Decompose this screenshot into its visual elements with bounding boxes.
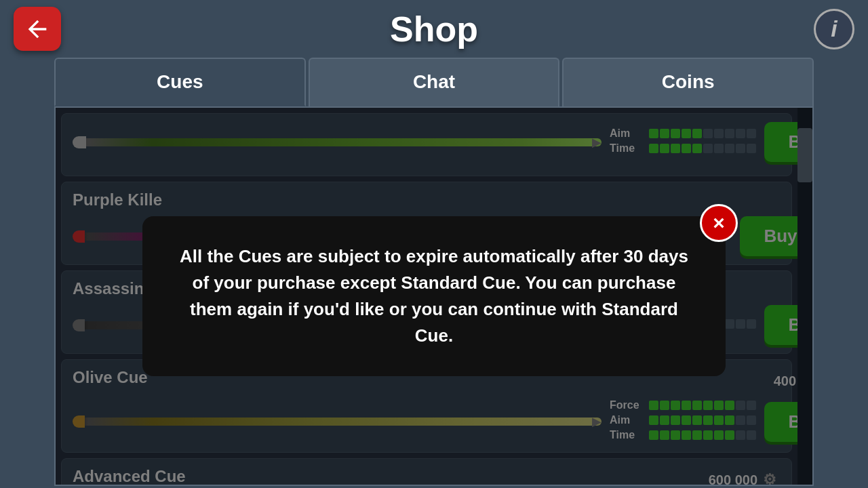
info-modal: × All the Cues are subject to expire aut…	[142, 216, 726, 376]
modal-overlay: × All the Cues are subject to expire aut…	[56, 108, 812, 485]
info-icon: i	[831, 16, 837, 42]
modal-close-button[interactable]: ×	[700, 204, 738, 242]
tab-cues[interactable]: Cues	[54, 58, 306, 106]
tab-coins[interactable]: Coins	[562, 58, 814, 106]
tab-chat[interactable]: Chat	[309, 58, 560, 106]
content-area: ▶ Aim Time	[54, 106, 814, 486]
tab-bar: Cues Chat Coins	[54, 58, 814, 106]
modal-text: All the Cues are subject to expire autom…	[176, 243, 692, 349]
back-icon	[24, 16, 51, 43]
page-title: Shop	[390, 9, 478, 49]
back-button[interactable]	[14, 7, 61, 51]
close-icon: ×	[713, 213, 725, 233]
header: Shop i	[0, 0, 868, 58]
info-button[interactable]: i	[814, 9, 854, 49]
